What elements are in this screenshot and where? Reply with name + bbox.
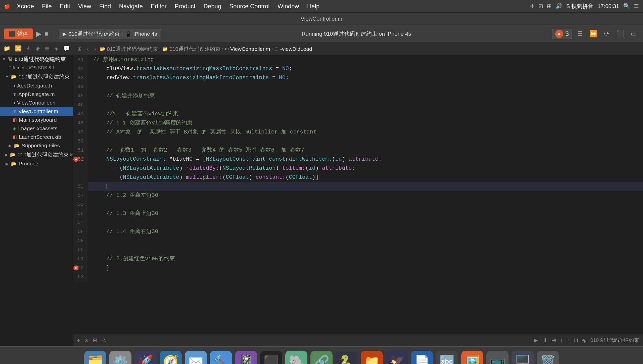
line-content-50[interactable] [88, 137, 98, 146]
grid-view-icon[interactable]: ⊞ [76, 46, 83, 53]
line-content-44[interactable] [88, 82, 98, 92]
line-content-49[interactable]: // A对象 的 某属性 等于 B对象 的 某属性 乘以 multiplier … [88, 128, 322, 137]
sidebar-scm-icon[interactable]: 🔀 [13, 44, 23, 53]
line-content-59[interactable] [88, 236, 98, 245]
line-content-51[interactable]: // 参数1 的 参数2 参数3 参数4 的 参数5 乘以 参数6 加 参数7 [88, 146, 309, 155]
dock-pycharm[interactable]: 🐍 [336, 351, 358, 364]
dock-mail[interactable]: ✉️ [185, 351, 207, 364]
sidebar-report-icon[interactable]: 💬 [62, 44, 71, 53]
tree-file-appdelegate-m[interactable]: m AppDelegate.m [0, 90, 73, 99]
line-content-47[interactable]: //1. 创建蓝色view的约束 [88, 110, 183, 119]
apple-menu[interactable]: 🍎 [4, 3, 10, 9]
sidebar-warn-icon[interactable]: ⚠ [25, 44, 33, 53]
line-content-48[interactable]: // 1.1 创建蓝色view高度的约束 [88, 119, 198, 128]
menu-file[interactable]: File [38, 2, 55, 11]
error-count-area[interactable]: ● 3 [552, 29, 572, 39]
menu-debug[interactable]: Debug [200, 2, 225, 11]
sidebar-nav-icon[interactable]: 📁 [2, 44, 12, 53]
menu-list-icon[interactable]: ☰ [634, 3, 639, 10]
line-content-61[interactable]: // 2.创建红色view的约束 [88, 254, 180, 263]
dock-onenote[interactable]: 📓 [235, 351, 257, 364]
line-content-62[interactable]: } [88, 263, 115, 272]
bottom-bookmark-icon[interactable]: ⊞ [93, 337, 97, 344]
menu-xcode[interactable]: Xcode [13, 2, 37, 11]
code-editor[interactable]: 41 // 禁用autoresizing 42 blueView.transla… [73, 55, 643, 282]
line-content-52[interactable]: NSLayoutConstraint *blueHC = [NSLayoutCo… [88, 155, 387, 164]
line-content-41[interactable]: // 禁用autoresizing [88, 55, 159, 64]
dock-filezilla[interactable]: 📁 [361, 351, 383, 364]
line-content-52b[interactable]: (NSLayoutAttribute) relatedBy:(NSLayoutR… [88, 164, 360, 173]
panel-right-icon[interactable]: ▭ [629, 29, 639, 39]
dock-terminal[interactable]: ⬛ [260, 351, 282, 364]
tree-group-tests[interactable]: ▶ 📂 010通过代码创建约束Tests [0, 150, 73, 159]
bottom-warn-icon[interactable]: ⚠ [101, 337, 106, 344]
tree-file-images-xcassets[interactable]: ◈ Images.xcassets [0, 124, 73, 133]
tree-group-main[interactable]: ▼ 📂 010通过代码创建约束 [0, 72, 73, 81]
layout-toggle-icon[interactable]: ☰ [575, 29, 585, 39]
sidebar-test-icon[interactable]: ◈ [34, 44, 41, 53]
bottom-play-icon[interactable]: ▶ [534, 337, 538, 344]
bottom-pause-icon[interactable]: ⏸ [542, 337, 547, 344]
scheme-selector[interactable]: ▶ 010通过代码创建约束 | 📱 iPhone 4s [59, 29, 161, 39]
breadcrumb-item-2[interactable]: 010通过代码创建约束 [169, 46, 220, 53]
menu-search-icon[interactable]: 🔍 [623, 3, 630, 10]
editor-area[interactable]: 41 // 禁用autoresizing 42 blueView.transla… [73, 55, 643, 334]
dock-system-prefs[interactable]: ⚙️ [109, 351, 131, 364]
back-button[interactable]: ‹ [85, 44, 91, 54]
breadcrumb-item-1[interactable]: 010通过代码创建约束 [107, 46, 158, 53]
panel-left-icon[interactable]: ⬛ [614, 29, 626, 39]
line-content-52c[interactable]: (NSLayoutAttribute) multiplier:(CGFloat)… [88, 173, 324, 182]
tree-file-viewcontroller-m[interactable]: m ViewController.m [0, 107, 73, 116]
menu-view[interactable]: View [75, 2, 95, 11]
line-content-58[interactable]: // 1.4 距离右边30 [88, 227, 163, 236]
tree-file-launchscreen-xib[interactable]: ◧ LaunchScreen.xib [0, 133, 73, 141]
dock-launchpad[interactable]: 🚀 [134, 351, 157, 364]
menu-window[interactable]: Window [274, 2, 302, 11]
line-content-45[interactable]: // 创建并添加约束 [88, 92, 160, 101]
tree-group-products[interactable]: ▶ 📂 Products [0, 159, 73, 168]
line-content-42[interactable]: blueView.translatesAutoresizingMaskIntoC… [88, 64, 297, 73]
tree-file-main-storyboard[interactable]: ◧ Main.storyboard [0, 116, 73, 124]
dock-preview[interactable]: 🖼️ [461, 351, 483, 364]
dock-trash[interactable]: 🗑️ [537, 351, 559, 364]
dock-evernote[interactable]: 🐘 [285, 351, 307, 364]
bottom-stepin-icon[interactable]: ↓ [560, 337, 563, 344]
dock-app3[interactable]: 📺 [486, 351, 509, 364]
forward-button[interactable]: › [92, 44, 98, 54]
refresh-icon[interactable]: ⟳ [602, 29, 612, 39]
sidebar-debug-icon[interactable]: ▤ [43, 44, 51, 53]
line-content-55[interactable] [88, 200, 98, 209]
line-content-56[interactable]: // 1.3 距离上边30 [88, 209, 163, 218]
nav-forward-icon[interactable]: ⏩ [587, 29, 600, 39]
bottom-stepover-icon[interactable]: ⇥ [552, 337, 556, 344]
menu-editor[interactable]: Editor [147, 2, 170, 11]
line-content-43[interactable]: redView.translatesAutoresizingMaskIntoCo… [88, 73, 294, 82]
play-button[interactable]: ▶ [36, 30, 41, 38]
sidebar-breakpoint-icon[interactable]: ◈ [53, 44, 60, 53]
bottom-loc-icon[interactable]: ◈ [582, 337, 586, 344]
breadcrumb-item-3[interactable]: ViewController.m [230, 46, 270, 52]
line-content-57[interactable] [88, 218, 98, 227]
menu-product[interactable]: Product [171, 2, 199, 11]
menu-source-control[interactable]: Source Control [226, 2, 273, 11]
dock-app1[interactable]: 🔗 [310, 351, 333, 364]
line-content-54[interactable]: // 1.2 距离左边30 [88, 191, 163, 200]
bottom-add-icon[interactable]: + [77, 337, 80, 344]
menu-edit[interactable]: Edit [56, 2, 74, 11]
bottom-stepout-icon[interactable]: ↑ [567, 337, 570, 344]
tree-file-appdelegate-h[interactable]: h AppDelegate.h [0, 81, 73, 90]
breadcrumb-item-4[interactable]: -viewDidLoad [280, 46, 312, 52]
dock-word[interactable]: 📄 [411, 351, 433, 364]
line-content-60[interactable] [88, 245, 98, 254]
bottom-history-icon[interactable]: ⊙ [84, 337, 89, 344]
line-content-53[interactable] [88, 182, 112, 191]
tree-project-root[interactable]: ▼ 🏗 010通过代码创建约束 [0, 55, 73, 64]
dock-finder[interactable]: 🗂️ [84, 351, 106, 364]
dock-fontbook[interactable]: 🔤 [436, 351, 458, 364]
dock-app4[interactable]: 🖥️ [512, 351, 534, 364]
tree-group-supporting-files[interactable]: ▶ 📂 Supporting Files [0, 141, 73, 150]
stop-square-button[interactable]: ■ [44, 30, 49, 38]
stop-button[interactable]: ⬛ 暂停 [4, 28, 33, 39]
dock-app2[interactable]: 🦅 [386, 351, 408, 364]
menu-navigate[interactable]: Navigate [115, 2, 146, 11]
